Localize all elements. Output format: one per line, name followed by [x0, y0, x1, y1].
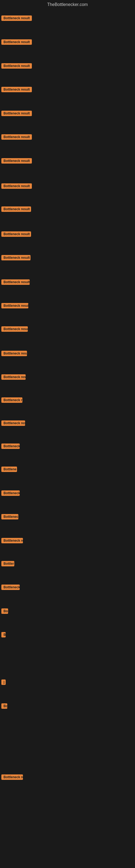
- bottleneck-badge[interactable]: Bottleneck result: [1, 63, 32, 69]
- bottleneck-badge[interactable]: Bottleneck result: [1, 207, 31, 212]
- bottleneck-row: Bottleneck result: [1, 374, 26, 381]
- site-title: TheBottlenecker.com: [0, 0, 135, 10]
- bottleneck-row: Bottleneck re: [1, 538, 23, 545]
- bottleneck-badge[interactable]: Bottleneck r: [1, 397, 22, 403]
- bottleneck-row: Bottleneck result: [1, 255, 31, 261]
- bottleneck-badge[interactable]: Bottleneck result: [1, 255, 31, 260]
- bottleneck-row: Bottleneck result: [1, 111, 32, 117]
- bottleneck-badge[interactable]: Bottleneck result: [1, 351, 27, 356]
- bottleneck-badge[interactable]: Bottleneck result: [1, 279, 30, 285]
- bottleneck-badge[interactable]: Bottleneck result: [1, 87, 32, 92]
- bottleneck-row: Bottleneck: [1, 490, 20, 497]
- bottleneck-badge[interactable]: Bottler: [1, 561, 14, 566]
- bottleneck-badge[interactable]: Bottlene: [1, 467, 17, 472]
- bottleneck-row: Bottleneck result: [1, 87, 32, 93]
- bottleneck-row: Bottleneck result: [1, 183, 32, 190]
- bottleneck-row: Bottleneck result: [1, 303, 28, 310]
- bottleneck-badge[interactable]: Bo: [1, 609, 8, 614]
- bottleneck-row: Bot: [1, 703, 7, 710]
- bottleneck-row: Bottleneck result: [1, 16, 32, 22]
- bottleneck-row: |: [1, 680, 6, 686]
- bottleneck-badge[interactable]: Bottleneck result: [1, 16, 32, 21]
- bottleneck-badge[interactable]: Bottleneck resu: [1, 421, 25, 426]
- bottleneck-row: Bottlene: [1, 467, 17, 473]
- bottleneck-row: B: [1, 632, 6, 639]
- bottleneck-badge[interactable]: Bottleneck result: [1, 111, 32, 116]
- bottleneck-badge[interactable]: Bottleneck: [1, 443, 20, 449]
- bottleneck-badge[interactable]: Bottleneck: [1, 585, 20, 590]
- bottleneck-row: Bottleneck result: [1, 134, 32, 141]
- bottleneck-row: Bottleneck result: [1, 39, 32, 46]
- bottleneck-row: Bottlenec: [1, 514, 18, 521]
- bottleneck-row: Bo: [1, 609, 8, 615]
- bottleneck-badge[interactable]: Bottleneck re: [1, 538, 23, 543]
- bottleneck-badge[interactable]: B: [1, 632, 6, 638]
- bottleneck-badge[interactable]: Bottleneck re: [1, 774, 23, 780]
- bottleneck-badge[interactable]: Bottlenec: [1, 514, 18, 520]
- bottleneck-badge[interactable]: Bottleneck result: [1, 39, 32, 45]
- bottleneck-badge[interactable]: Bottleneck result: [1, 158, 32, 163]
- bottleneck-row: Bottleneck result: [1, 279, 30, 286]
- bottleneck-badge[interactable]: Bottleneck result: [1, 374, 26, 380]
- bottleneck-row: Bottleneck re: [1, 774, 23, 781]
- bottleneck-badge[interactable]: Bottleneck result: [1, 231, 31, 237]
- bottleneck-badge[interactable]: Bottleneck result: [1, 303, 28, 308]
- bottleneck-row: Bottleneck result: [1, 351, 27, 357]
- bottleneck-row: Bottleneck resu: [1, 421, 25, 427]
- bottleneck-row: Bottleneck result: [1, 207, 31, 213]
- bottleneck-badge[interactable]: Bottleneck: [1, 490, 20, 496]
- bottleneck-row: Bottler: [1, 561, 14, 567]
- bottleneck-row: Bottleneck: [1, 585, 20, 591]
- bottleneck-row: Bottleneck result: [1, 231, 31, 238]
- bottleneck-badge[interactable]: Bottleneck result: [1, 134, 32, 140]
- bottleneck-badge[interactable]: Bottleneck result: [1, 326, 28, 332]
- bottleneck-row: Bottleneck result: [1, 63, 32, 70]
- bottleneck-badge[interactable]: Bottleneck result: [1, 183, 32, 189]
- bottleneck-badge[interactable]: |: [1, 680, 6, 685]
- bottleneck-row: Bottleneck r: [1, 397, 22, 404]
- bottleneck-row: Bottleneck result: [1, 158, 32, 165]
- bottleneck-row: Bottleneck: [1, 443, 20, 450]
- bottleneck-badge[interactable]: Bot: [1, 703, 7, 709]
- bottleneck-row: Bottleneck result: [1, 326, 28, 333]
